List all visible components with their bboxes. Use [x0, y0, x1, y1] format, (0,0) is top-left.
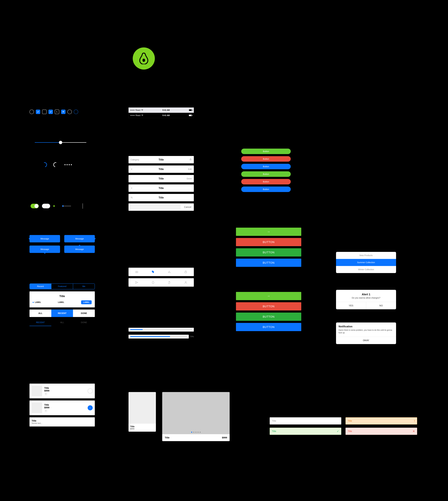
tab-egg[interactable] — [145, 278, 161, 287]
divider-horizontal — [63, 206, 71, 206]
spinner-white — [52, 161, 59, 168]
check-icon: ✓ — [337, 430, 339, 433]
check-circle[interactable] — [88, 388, 93, 394]
seg3-recent[interactable]: RECENT — [51, 310, 73, 317]
utab-done[interactable]: DONE — [73, 319, 95, 326]
button-red[interactable]: BUTTON — [236, 302, 301, 310]
page-dot[interactable] — [197, 432, 199, 433]
tab-equalizer[interactable] — [161, 268, 177, 276]
seg3-done[interactable]: DONE — [73, 310, 95, 317]
product-price: $999 — [130, 428, 154, 430]
page-dot-active[interactable] — [191, 432, 192, 433]
alert-buttons: YES NO — [336, 302, 396, 309]
status-bar-light: React 9:41 AM — [128, 107, 194, 113]
close-icon: ✕ — [413, 430, 415, 433]
slider-thumb[interactable] — [59, 141, 62, 144]
check-circle-on[interactable]: ✓ — [88, 405, 93, 410]
button-pill-blue[interactable]: Button — [241, 186, 291, 192]
chip-checkbox-checked[interactable] — [36, 110, 40, 114]
button-red[interactable]: BUTTON — [236, 238, 301, 246]
list-item-subtitle[interactable]: Title Somte text... — [30, 417, 95, 427]
camera-icon — [135, 270, 138, 273]
notification-okay[interactable]: OKAY — [336, 337, 396, 344]
alert-yes[interactable]: YES — [336, 302, 366, 309]
chip-square-outline[interactable] — [42, 110, 47, 114]
label-dotted[interactable]: LABEL — [33, 301, 41, 303]
chip-size-m[interactable]: M — [61, 110, 65, 114]
slider[interactable] — [35, 142, 86, 143]
input-warning[interactable]: Title ! — [346, 417, 417, 424]
alert-no[interactable]: NO — [366, 302, 396, 309]
tab-send[interactable] — [128, 278, 145, 287]
tab-user[interactable] — [177, 278, 194, 287]
svg-point-0 — [143, 59, 145, 62]
cancel-button[interactable]: Cancel — [182, 203, 194, 211]
tooltip-left[interactable]: Message — [30, 235, 60, 242]
progress-bars: 70% — [128, 328, 194, 338]
tooltip-right[interactable]: Message — [64, 235, 95, 242]
tab-lock[interactable] — [177, 268, 194, 276]
product-card[interactable]: Title $999 — [128, 392, 156, 432]
segmented-filled: ALL RECENT DONE — [30, 310, 95, 317]
button-green[interactable]: BUTTON — [236, 248, 301, 256]
seg-me[interactable]: Me — [73, 284, 95, 289]
chip-checkbox-checked[interactable] — [48, 110, 53, 114]
button-pill-blue[interactable]: Button — [241, 164, 291, 169]
carousel-card[interactable]: Title $999 — [162, 392, 230, 441]
popover-item[interactable]: New Products — [336, 252, 396, 259]
label-pill[interactable]: LABEL — [81, 300, 92, 304]
toggle-off[interactable] — [42, 204, 50, 208]
notification-title: Notification — [336, 322, 396, 329]
loading-dots — [64, 164, 72, 165]
tab-hand[interactable] — [161, 278, 177, 287]
tab-camera[interactable] — [128, 268, 145, 276]
list-item[interactable]: Title $999 0 ✓ — [30, 401, 95, 415]
page-dot[interactable] — [200, 432, 201, 433]
tab-tag[interactable] — [145, 268, 161, 276]
input-normal[interactable]: Title — [270, 417, 341, 424]
button-pill-green[interactable]: Button — [241, 149, 291, 154]
input-error[interactable]: Title ✕ — [346, 428, 417, 435]
input-placeholder: Title — [348, 419, 352, 422]
carousel-pager[interactable] — [162, 432, 230, 433]
list-item-title: Title — [44, 387, 49, 389]
chip-size-l[interactable]: L — [55, 110, 59, 114]
button-blue[interactable]: BUTTON — [236, 323, 301, 331]
list-item[interactable]: Title $999 0 — [30, 384, 95, 398]
button-pill-green[interactable]: Button — [241, 171, 291, 177]
nav-search: Title — [128, 194, 194, 201]
tooltip-bottom[interactable]: Message — [30, 246, 60, 253]
title-labels-card: Title LABEL LABEL LABEL — [30, 291, 95, 307]
carousel-image[interactable] — [162, 392, 230, 434]
button-arrow-green[interactable]: → — [236, 292, 301, 300]
pill-buttons: Button Button Button Button Button Butto… — [241, 149, 291, 192]
seg3-all[interactable]: ALL — [30, 310, 51, 317]
product-image — [128, 392, 156, 424]
button-pill-red[interactable]: Button — [241, 156, 291, 162]
button-blue[interactable]: BUTTON — [236, 259, 301, 267]
input-success[interactable]: Title ✓ — [270, 428, 341, 435]
page-dot[interactable] — [195, 432, 196, 433]
navigation-bars: Category Title Title Edit Title Done Tit… — [128, 156, 194, 211]
label-plain[interactable]: LABEL — [58, 301, 64, 303]
search-input[interactable] — [129, 204, 180, 210]
page-dot[interactable] — [193, 432, 194, 433]
block-buttons-2: → BUTTON BUTTON BUTTON — [236, 292, 301, 331]
seg-recent[interactable]: Recent — [30, 284, 51, 289]
chip-circle-outline-blue[interactable] — [74, 110, 78, 114]
carousel-price: $999 — [222, 436, 227, 439]
button-green[interactable]: BUTTON — [236, 313, 301, 321]
utab-all[interactable]: ALL — [51, 319, 73, 326]
popover-item[interactable]: Winter Collection — [336, 266, 396, 273]
button-pill-red[interactable]: Button — [241, 179, 291, 184]
chip-circle-outline[interactable] — [67, 110, 72, 114]
seg-featured[interactable]: Featured — [51, 284, 73, 289]
popover-item-selected[interactable]: Summer Collection — [336, 259, 396, 266]
toggle-on[interactable] — [31, 204, 39, 208]
button-arrow-green[interactable]: → — [236, 228, 301, 236]
nav-title: Title — [128, 158, 194, 161]
tooltip-top[interactable]: Message — [64, 246, 95, 253]
chip-circle-outline[interactable] — [30, 110, 34, 114]
toggles-row — [31, 203, 83, 209]
utab-recent[interactable]: RECENT — [30, 319, 51, 326]
